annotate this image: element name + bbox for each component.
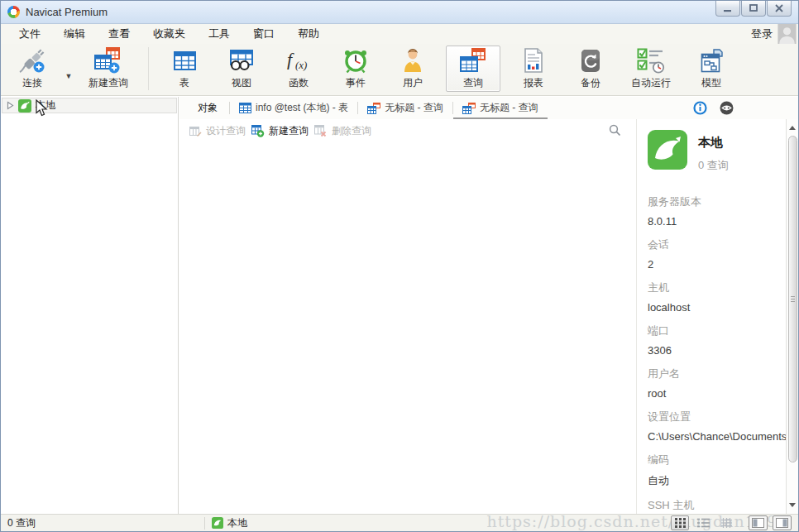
scrollbar-thumb[interactable] — [788, 136, 797, 463]
menu-window[interactable]: 窗口 — [242, 24, 286, 44]
report-icon — [523, 47, 544, 74]
automation-button[interactable]: 自动运行 — [624, 46, 678, 92]
user-icon — [401, 47, 424, 74]
detail-view-button[interactable] — [717, 515, 735, 530]
field-label: 设置位置 — [648, 410, 786, 424]
new-query-label: 新建查询 — [89, 76, 128, 90]
svg-text:(x): (x) — [295, 59, 307, 71]
minimize-icon — [724, 5, 732, 12]
window-title: Navicat Premium — [26, 6, 108, 18]
new-query-button[interactable]: 新建查询 — [81, 46, 136, 92]
maximize-button[interactable] — [741, 1, 766, 17]
backup-button[interactable]: 备份 — [567, 46, 615, 92]
statusbar-count: 0 查询 — [7, 516, 204, 530]
content: 本地 对象 info @test (本地) - 表 — [1, 97, 798, 514]
query-label: 查询 — [463, 76, 483, 90]
reports-button[interactable]: 报表 — [510, 46, 557, 92]
model-icon — [701, 47, 723, 74]
menu-help[interactable]: 帮助 — [286, 24, 331, 44]
object-toolbar: 设计查询 新建查询 — [179, 119, 636, 143]
design-query-label: 设计查询 — [206, 124, 246, 138]
avatar-icon[interactable] — [777, 24, 797, 44]
users-button[interactable]: 用户 — [389, 46, 437, 92]
connection-label: 连接 — [22, 76, 42, 90]
list-view-button[interactable] — [694, 515, 712, 530]
query-icon — [367, 103, 380, 114]
close-button[interactable] — [767, 1, 792, 17]
field-port: 端口 3306 — [648, 324, 786, 357]
menu-favorites[interactable]: 收藏夹 — [141, 24, 197, 44]
design-query-button[interactable]: 设计查询 — [189, 124, 246, 138]
vertical-scrollbar[interactable] — [786, 119, 798, 514]
functions-button[interactable]: f (x) 函数 — [275, 46, 323, 92]
grid-view-button[interactable] — [671, 515, 689, 530]
field-value: C:\Users\Chance\Documents — [648, 430, 786, 443]
statusbar-view-buttons — [671, 515, 792, 530]
tab-untitled-query-1[interactable]: 无标题 - 查询 — [358, 97, 452, 119]
expand-arrow-icon[interactable] — [7, 101, 14, 110]
toggle-right-pane-button[interactable] — [773, 515, 792, 530]
tab-table-info[interactable]: info @test (本地) - 表 — [230, 97, 357, 119]
delete-query-icon — [314, 125, 328, 137]
hide-info-pane-eye-icon[interactable] — [720, 101, 734, 115]
menu-edit[interactable]: 编辑 — [52, 24, 97, 44]
main-toolbar: 连接 ▼ 新建查询 — [1, 44, 798, 96]
views-button[interactable]: 视图 — [218, 46, 266, 92]
backup-label: 备份 — [581, 76, 600, 90]
reports-label: 报表 — [524, 76, 543, 90]
tables-button[interactable]: 表 — [160, 46, 208, 92]
tabstrip: 对象 info @test (本地) - 表 — [179, 97, 798, 119]
scroll-up-arrow-icon[interactable] — [789, 126, 796, 130]
toggle-left-pane-button[interactable] — [749, 515, 768, 530]
left-pane-icon — [752, 518, 764, 528]
grid-view-icon — [675, 518, 686, 528]
events-button[interactable]: 事件 — [332, 46, 380, 92]
event-icon — [342, 47, 369, 74]
field-username: 用户名 root — [648, 367, 786, 400]
minimize-button[interactable] — [715, 1, 740, 17]
maximize-icon — [749, 4, 758, 12]
connection-tree: 本地 — [1, 97, 179, 514]
mysql-icon — [648, 130, 687, 170]
field-server-version: 服务器版本 8.0.11 — [648, 194, 786, 228]
menu-file[interactable]: 文件 — [7, 24, 52, 44]
titlebar: Navicat Premium — [1, 1, 798, 24]
model-button[interactable]: 模型 — [687, 46, 735, 92]
statusbar-connection-label: 本地 — [227, 516, 247, 530]
query-button[interactable]: 查询 — [446, 46, 500, 92]
tab-table-info-label: info @test (本地) - 表 — [256, 101, 348, 115]
field-label: SSH 主机 — [648, 498, 786, 513]
statusbar-separator — [204, 517, 205, 530]
menu-tools[interactable]: 工具 — [197, 24, 242, 44]
backup-icon — [580, 47, 601, 74]
field-settings-location: 设置位置 C:\Users\Chance\Documents — [648, 410, 786, 443]
new-query-small-button[interactable]: 新建查询 — [251, 124, 309, 138]
login-link[interactable]: 登录 — [739, 24, 777, 44]
field-encoding: 编码 自动 — [648, 453, 786, 488]
info-panel-subtitle: 0 查询 — [698, 158, 729, 173]
info-icon[interactable] — [693, 101, 707, 115]
connection-label: 本地 — [36, 98, 55, 113]
connection-dropdown-caret[interactable]: ▼ — [63, 72, 74, 80]
tab-objects[interactable]: 对象 — [186, 97, 229, 119]
field-host: 主机 localhost — [648, 280, 786, 314]
info-panel-header: 本地 0 查询 — [648, 130, 786, 173]
connection-item-local[interactable]: 本地 — [2, 98, 177, 113]
search-button[interactable] — [609, 124, 621, 139]
mysql-icon — [212, 517, 223, 529]
field-value: localhost — [648, 301, 786, 314]
svg-text:f: f — [287, 49, 294, 69]
object-list-empty[interactable] — [179, 143, 636, 514]
tab-untitled-query-2-label: 无标题 - 查询 — [480, 101, 538, 115]
tab-untitled-query-2[interactable]: 无标题 - 查询 — [453, 97, 548, 119]
toolbar-separator — [148, 47, 149, 90]
tab-objects-label: 对象 — [198, 101, 218, 115]
connection-button[interactable]: 连接 — [11, 46, 54, 92]
tabstrip-actions — [693, 101, 734, 115]
menu-view[interactable]: 查看 — [97, 24, 141, 44]
delete-query-button[interactable]: 删除查询 — [314, 124, 371, 138]
query-icon — [460, 47, 486, 74]
delete-query-label: 删除查询 — [332, 124, 371, 138]
new-query-small-label: 新建查询 — [269, 124, 309, 138]
scroll-down-arrow-icon[interactable] — [789, 503, 796, 507]
